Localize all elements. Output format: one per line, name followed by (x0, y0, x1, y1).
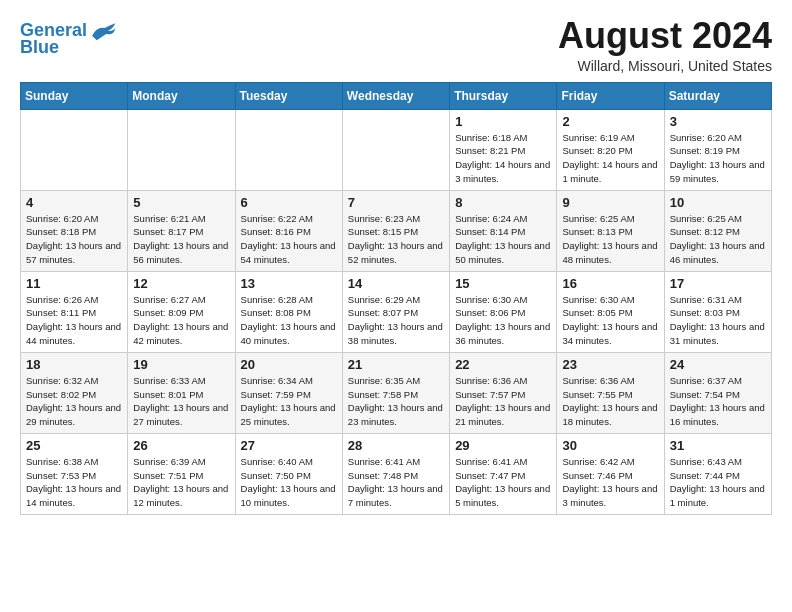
day-info: Sunrise: 6:26 AM Sunset: 8:11 PM Dayligh… (26, 293, 122, 348)
calendar-cell: 17Sunrise: 6:31 AM Sunset: 8:03 PM Dayli… (664, 271, 771, 352)
calendar-cell: 27Sunrise: 6:40 AM Sunset: 7:50 PM Dayli… (235, 433, 342, 514)
weekday-header-saturday: Saturday (664, 82, 771, 109)
location: Willard, Missouri, United States (558, 58, 772, 74)
day-info: Sunrise: 6:37 AM Sunset: 7:54 PM Dayligh… (670, 374, 766, 429)
title-block: August 2024 Willard, Missouri, United St… (558, 16, 772, 74)
logo-bird-icon (89, 20, 117, 42)
logo-text2: Blue (20, 38, 59, 58)
calendar-cell: 6Sunrise: 6:22 AM Sunset: 8:16 PM Daylig… (235, 190, 342, 271)
day-number: 16 (562, 276, 658, 291)
calendar-week-4: 18Sunrise: 6:32 AM Sunset: 8:02 PM Dayli… (21, 352, 772, 433)
day-info: Sunrise: 6:43 AM Sunset: 7:44 PM Dayligh… (670, 455, 766, 510)
day-number: 18 (26, 357, 122, 372)
weekday-header-row: SundayMondayTuesdayWednesdayThursdayFrid… (21, 82, 772, 109)
day-info: Sunrise: 6:36 AM Sunset: 7:55 PM Dayligh… (562, 374, 658, 429)
day-number: 8 (455, 195, 551, 210)
day-info: Sunrise: 6:34 AM Sunset: 7:59 PM Dayligh… (241, 374, 337, 429)
calendar-cell: 4Sunrise: 6:20 AM Sunset: 8:18 PM Daylig… (21, 190, 128, 271)
calendar-cell: 3Sunrise: 6:20 AM Sunset: 8:19 PM Daylig… (664, 109, 771, 190)
day-number: 23 (562, 357, 658, 372)
day-number: 17 (670, 276, 766, 291)
calendar-week-5: 25Sunrise: 6:38 AM Sunset: 7:53 PM Dayli… (21, 433, 772, 514)
day-number: 22 (455, 357, 551, 372)
day-info: Sunrise: 6:20 AM Sunset: 8:18 PM Dayligh… (26, 212, 122, 267)
day-number: 25 (26, 438, 122, 453)
day-number: 13 (241, 276, 337, 291)
weekday-header-thursday: Thursday (450, 82, 557, 109)
day-info: Sunrise: 6:20 AM Sunset: 8:19 PM Dayligh… (670, 131, 766, 186)
calendar-cell (342, 109, 449, 190)
day-info: Sunrise: 6:35 AM Sunset: 7:58 PM Dayligh… (348, 374, 444, 429)
calendar-cell: 24Sunrise: 6:37 AM Sunset: 7:54 PM Dayli… (664, 352, 771, 433)
calendar-cell: 22Sunrise: 6:36 AM Sunset: 7:57 PM Dayli… (450, 352, 557, 433)
day-number: 19 (133, 357, 229, 372)
day-info: Sunrise: 6:24 AM Sunset: 8:14 PM Dayligh… (455, 212, 551, 267)
calendar-cell: 10Sunrise: 6:25 AM Sunset: 8:12 PM Dayli… (664, 190, 771, 271)
day-number: 2 (562, 114, 658, 129)
day-number: 4 (26, 195, 122, 210)
logo: General Blue (20, 20, 117, 58)
calendar-cell: 30Sunrise: 6:42 AM Sunset: 7:46 PM Dayli… (557, 433, 664, 514)
page-container: General Blue August 2024 Willard, Missou… (0, 0, 792, 525)
day-number: 31 (670, 438, 766, 453)
day-number: 29 (455, 438, 551, 453)
day-info: Sunrise: 6:40 AM Sunset: 7:50 PM Dayligh… (241, 455, 337, 510)
weekday-header-sunday: Sunday (21, 82, 128, 109)
day-info: Sunrise: 6:27 AM Sunset: 8:09 PM Dayligh… (133, 293, 229, 348)
day-info: Sunrise: 6:42 AM Sunset: 7:46 PM Dayligh… (562, 455, 658, 510)
day-number: 14 (348, 276, 444, 291)
day-info: Sunrise: 6:41 AM Sunset: 7:47 PM Dayligh… (455, 455, 551, 510)
day-number: 6 (241, 195, 337, 210)
calendar-cell: 19Sunrise: 6:33 AM Sunset: 8:01 PM Dayli… (128, 352, 235, 433)
calendar-cell: 12Sunrise: 6:27 AM Sunset: 8:09 PM Dayli… (128, 271, 235, 352)
calendar-cell: 26Sunrise: 6:39 AM Sunset: 7:51 PM Dayli… (128, 433, 235, 514)
day-info: Sunrise: 6:30 AM Sunset: 8:06 PM Dayligh… (455, 293, 551, 348)
calendar-cell: 11Sunrise: 6:26 AM Sunset: 8:11 PM Dayli… (21, 271, 128, 352)
calendar-cell: 23Sunrise: 6:36 AM Sunset: 7:55 PM Dayli… (557, 352, 664, 433)
day-info: Sunrise: 6:41 AM Sunset: 7:48 PM Dayligh… (348, 455, 444, 510)
weekday-header-wednesday: Wednesday (342, 82, 449, 109)
calendar-cell (128, 109, 235, 190)
calendar-cell: 1Sunrise: 6:18 AM Sunset: 8:21 PM Daylig… (450, 109, 557, 190)
day-number: 26 (133, 438, 229, 453)
day-info: Sunrise: 6:31 AM Sunset: 8:03 PM Dayligh… (670, 293, 766, 348)
day-info: Sunrise: 6:22 AM Sunset: 8:16 PM Dayligh… (241, 212, 337, 267)
header: General Blue August 2024 Willard, Missou… (20, 16, 772, 74)
calendar-cell (235, 109, 342, 190)
day-number: 11 (26, 276, 122, 291)
calendar-cell: 16Sunrise: 6:30 AM Sunset: 8:05 PM Dayli… (557, 271, 664, 352)
day-info: Sunrise: 6:36 AM Sunset: 7:57 PM Dayligh… (455, 374, 551, 429)
day-info: Sunrise: 6:21 AM Sunset: 8:17 PM Dayligh… (133, 212, 229, 267)
day-number: 15 (455, 276, 551, 291)
calendar-week-3: 11Sunrise: 6:26 AM Sunset: 8:11 PM Dayli… (21, 271, 772, 352)
day-info: Sunrise: 6:28 AM Sunset: 8:08 PM Dayligh… (241, 293, 337, 348)
calendar-week-2: 4Sunrise: 6:20 AM Sunset: 8:18 PM Daylig… (21, 190, 772, 271)
day-info: Sunrise: 6:18 AM Sunset: 8:21 PM Dayligh… (455, 131, 551, 186)
calendar-cell: 14Sunrise: 6:29 AM Sunset: 8:07 PM Dayli… (342, 271, 449, 352)
weekday-header-friday: Friday (557, 82, 664, 109)
calendar-cell: 20Sunrise: 6:34 AM Sunset: 7:59 PM Dayli… (235, 352, 342, 433)
calendar-week-1: 1Sunrise: 6:18 AM Sunset: 8:21 PM Daylig… (21, 109, 772, 190)
day-number: 7 (348, 195, 444, 210)
day-number: 1 (455, 114, 551, 129)
day-number: 3 (670, 114, 766, 129)
day-info: Sunrise: 6:38 AM Sunset: 7:53 PM Dayligh… (26, 455, 122, 510)
day-number: 21 (348, 357, 444, 372)
calendar-cell: 31Sunrise: 6:43 AM Sunset: 7:44 PM Dayli… (664, 433, 771, 514)
calendar-cell: 8Sunrise: 6:24 AM Sunset: 8:14 PM Daylig… (450, 190, 557, 271)
calendar-cell: 13Sunrise: 6:28 AM Sunset: 8:08 PM Dayli… (235, 271, 342, 352)
day-info: Sunrise: 6:25 AM Sunset: 8:13 PM Dayligh… (562, 212, 658, 267)
calendar-cell: 5Sunrise: 6:21 AM Sunset: 8:17 PM Daylig… (128, 190, 235, 271)
calendar-cell: 7Sunrise: 6:23 AM Sunset: 8:15 PM Daylig… (342, 190, 449, 271)
day-number: 24 (670, 357, 766, 372)
calendar-cell: 21Sunrise: 6:35 AM Sunset: 7:58 PM Dayli… (342, 352, 449, 433)
calendar-cell: 18Sunrise: 6:32 AM Sunset: 8:02 PM Dayli… (21, 352, 128, 433)
day-number: 5 (133, 195, 229, 210)
day-info: Sunrise: 6:23 AM Sunset: 8:15 PM Dayligh… (348, 212, 444, 267)
calendar-cell: 28Sunrise: 6:41 AM Sunset: 7:48 PM Dayli… (342, 433, 449, 514)
day-info: Sunrise: 6:30 AM Sunset: 8:05 PM Dayligh… (562, 293, 658, 348)
day-info: Sunrise: 6:32 AM Sunset: 8:02 PM Dayligh… (26, 374, 122, 429)
day-number: 30 (562, 438, 658, 453)
calendar-table: SundayMondayTuesdayWednesdayThursdayFrid… (20, 82, 772, 515)
day-number: 28 (348, 438, 444, 453)
